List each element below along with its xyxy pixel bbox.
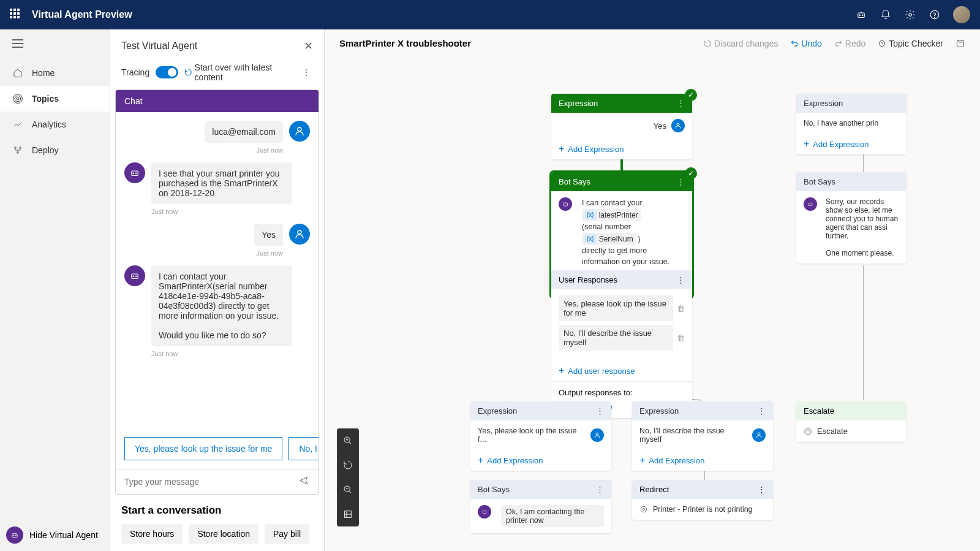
send-icon[interactable]: [298, 476, 310, 488]
check-icon: ✓: [685, 89, 697, 101]
topic-checker-button[interactable]: Topic Checker: [878, 39, 943, 48]
svg-point-35: [13, 535, 14, 536]
chat-input[interactable]: [124, 477, 298, 487]
quick-reply-button[interactable]: Yes, please look up the issue for me: [124, 437, 282, 460]
undo-button[interactable]: Undo: [790, 39, 821, 48]
svg-point-27: [805, 428, 812, 435]
user-icon: [752, 428, 766, 442]
zoom-reset-icon[interactable]: [341, 458, 355, 473]
svg-rect-13: [132, 171, 138, 176]
user-responses-node[interactable]: User Responses⋮ Yes, please look up the …: [551, 270, 692, 418]
help-icon[interactable]: [929, 9, 941, 21]
sidebar-item-home[interactable]: Home: [0, 60, 110, 86]
save-ic

ic[interactable]: [956, 39, 965, 48]
hamburger-icon[interactable]: [0, 29, 110, 60]
add-expression-button[interactable]: +Add Expression: [632, 450, 773, 471]
tracing-label: Tracing: [121, 67, 149, 77]
sidebar-item-label: Topics: [32, 94, 59, 104]
svg-point-6: [17, 97, 19, 100]
zoom-out-icon[interactable]: [341, 482, 355, 497]
user-icon: [590, 428, 604, 442]
test-panel: Test Virtual Agent ✕ Tracing Start over …: [110, 29, 325, 551]
message-time: Just now: [124, 249, 283, 257]
bot-icon: [478, 505, 491, 519]
svg-point-15: [136, 173, 137, 174]
expression-node[interactable]: ✓ Expression⋮ Yes +Add Expression: [551, 94, 692, 159]
node-menu-icon[interactable]: ⋮: [677, 177, 685, 186]
conversation-chip[interactable]: Store location: [189, 524, 258, 544]
expression-node[interactable]: Expression⋮ Yes, please look up the issu…: [470, 401, 611, 471]
app-title: Virtual Agent Preview: [32, 9, 855, 20]
svg-point-7: [15, 96, 20, 101]
expression-node[interactable]: Expression⋮ No, I'll describe the issue …: [632, 401, 773, 471]
fit-icon[interactable]: [341, 507, 355, 522]
bot-icon: [124, 162, 145, 183]
chat-card: Chat luca@email.com Just now I see that …: [115, 89, 319, 495]
svg-point-30: [641, 506, 646, 512]
deploy-icon: [12, 145, 23, 156]
svg-point-12: [298, 127, 301, 131]
bot-icon[interactable]: [855, 9, 867, 21]
start-conversation-title: Start a conversation: [121, 504, 313, 517]
svg-rect-0: [858, 13, 865, 18]
chat-message: luca@email.com: [205, 121, 283, 143]
svg-rect-17: [132, 274, 138, 279]
sidebar-item-label: Analytics: [32, 120, 66, 129]
add-user-response-button[interactable]: +Add user response: [551, 360, 692, 381]
node-menu-icon[interactable]: ⋮: [758, 406, 766, 416]
topics-icon: [12, 93, 23, 104]
tracing-toggle[interactable]: [156, 66, 178, 78]
chat-message: I see that your smart printer you purcha…: [151, 162, 292, 204]
add-expression-button[interactable]: +Add Expression: [551, 139, 692, 159]
node-menu-icon[interactable]: ⋮: [596, 485, 604, 494]
analytics-icon: [12, 119, 23, 130]
bot-icon: [124, 265, 145, 286]
gear-icon[interactable]: [904, 9, 916, 21]
sidebar-item-deploy[interactable]: Deploy: [0, 137, 110, 163]
add-expression-button[interactable]: +Add Expression: [796, 134, 907, 154]
test-panel-title: Test Virtual Agent: [121, 40, 197, 51]
message-time: Just now: [151, 208, 310, 215]
home-icon: [12, 67, 23, 78]
quick-reply-button[interactable]: No, I: [288, 437, 318, 460]
bell-icon[interactable]: [880, 9, 892, 21]
discard-changes-button[interactable]: Discard changes: [703, 39, 778, 48]
node-menu-icon[interactable]: ⋮: [677, 275, 685, 284]
svg-point-25: [596, 433, 598, 435]
svg-point-14: [133, 173, 134, 174]
authoring-canvas[interactable]: ✓ Expression⋮ Yes +Add Expression Expres…: [325, 57, 980, 551]
bot-says-node[interactable]: Bot Says⋮ Ok, I am contacting the printe…: [470, 480, 611, 533]
svg-rect-34: [12, 534, 17, 538]
sidebar-item-topics[interactable]: Topics: [0, 86, 110, 112]
bot-says-node[interactable]: Bot Says Sorry, our records show so else…: [796, 172, 907, 264]
conversation-chip[interactable]: Store hours: [121, 524, 183, 544]
svg-point-19: [136, 276, 137, 277]
svg-point-18: [133, 276, 134, 277]
node-menu-icon[interactable]: ⋮: [596, 406, 604, 416]
top-bar: Virtual Agent Preview: [0, 0, 980, 29]
close-icon[interactable]: ✕: [304, 39, 313, 53]
conversation-chip[interactable]: Pay bill: [265, 524, 309, 544]
zoom-in-icon[interactable]: [341, 433, 355, 448]
delete-icon[interactable]: 🗑: [677, 304, 685, 313]
svg-point-29: [643, 508, 645, 511]
check-icon: ✓: [685, 167, 697, 180]
start-over-button[interactable]: Start over with latest content: [184, 63, 293, 82]
redo-button[interactable]: Redo: [834, 39, 865, 48]
user-avatar[interactable]: [953, 6, 970, 23]
app-launcher-icon[interactable]: [10, 9, 22, 21]
chat-message: Yes: [254, 224, 283, 246]
hide-virtual-agent-button[interactable]: Hide Virtual Agent: [6, 526, 98, 544]
redirect-node[interactable]: Redirect⋮ Printer - Printer is not print…: [632, 480, 773, 520]
chat-message: I can contact your SmartPrinterX(serial …: [151, 265, 292, 346]
delete-icon[interactable]: 🗑: [677, 333, 685, 343]
node-menu-icon[interactable]: ⋮: [677, 99, 685, 108]
expression-node[interactable]: Expression No, I have another prin +Add …: [796, 94, 907, 154]
node-menu-icon[interactable]: ⋮: [758, 485, 766, 494]
more-icon[interactable]: ⋮: [300, 67, 313, 77]
svg-point-22: [677, 123, 679, 126]
add-expression-button[interactable]: +Add Expression: [470, 450, 611, 471]
svg-point-10: [20, 147, 21, 149]
escalate-node[interactable]: Escalate Escalate: [796, 401, 907, 442]
sidebar-item-analytics[interactable]: Analytics: [0, 112, 110, 137]
